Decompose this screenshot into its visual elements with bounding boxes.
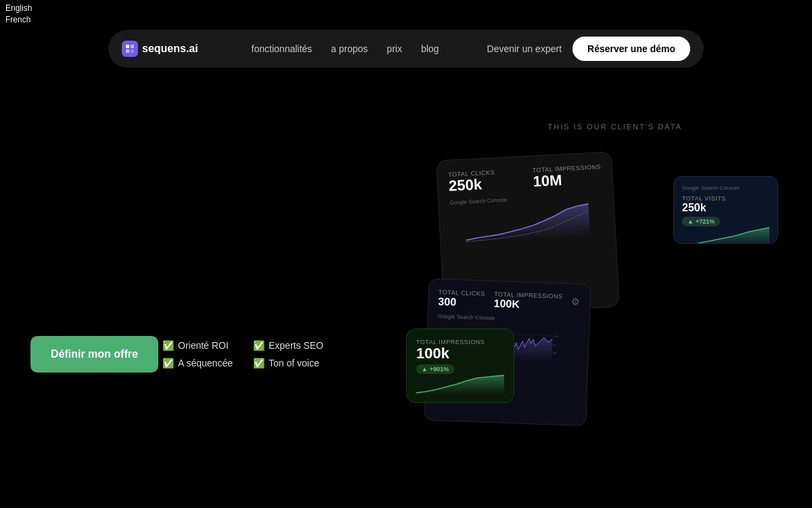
- card-visits-badge-arrow: ▲: [687, 218, 694, 225]
- check-icon-seo: ✅: [253, 340, 265, 351]
- check-icon-seq: ✅: [162, 358, 174, 368]
- svg-rect-0: [126, 45, 129, 48]
- check-label-roi: Orienté ROI: [178, 340, 229, 351]
- card-imp-value1: 300: [438, 295, 484, 309]
- check-icon-roi: ✅: [162, 340, 174, 351]
- card-visits-badge-text: +721%: [696, 218, 715, 225]
- demo-button[interactable]: Réserver une démo: [572, 37, 690, 61]
- card-visits-source: Google Search Console: [682, 185, 769, 191]
- navbar-right: Devenir un expert Réserver une démo: [487, 37, 690, 61]
- svg-text:1.5k: 1.5k: [554, 335, 558, 337]
- check-item-seo: ✅ Experts SEO: [253, 340, 323, 351]
- nav-features[interactable]: fonctionnalités: [252, 43, 313, 54]
- card-main-col2: Total impressions 10M: [532, 163, 602, 190]
- card-visits-badge: ▲ +721%: [682, 217, 720, 226]
- dashboards: Total clicks 250k Total impressions 10M …: [426, 149, 778, 467]
- card-imp-small-value: 100k: [416, 345, 504, 362]
- check-item-voice: ✅ Ton of voice: [253, 358, 323, 368]
- logo-icon: [122, 41, 138, 57]
- nav-blog[interactable]: blog: [421, 43, 438, 54]
- card-imp-small-chart: [416, 374, 504, 394]
- svg-text:1k: 1k: [553, 343, 556, 346]
- svg-rect-3: [131, 49, 134, 53]
- svg-rect-1: [131, 45, 134, 48]
- card-main-value1: 250k: [449, 175, 496, 194]
- check-item-seq: ✅ A séquencée: [162, 358, 233, 368]
- card-imp-header: Total clicks 300 Total impressions 100K …: [438, 289, 581, 312]
- check-label-voice: Ton of voice: [269, 358, 319, 368]
- navbar: sequens.ai fonctionnalités a propos prix…: [108, 30, 704, 68]
- svg-rect-2: [126, 49, 129, 53]
- nav-expert[interactable]: Devenir un expert: [487, 43, 562, 54]
- cta-button[interactable]: Définir mon offre: [30, 336, 158, 373]
- check-icon-voice: ✅: [253, 358, 265, 368]
- hero-section: THIS IS OUR CLIENT'S DATA Définir mon of…: [0, 0, 812, 508]
- navbar-links: fonctionnalités a propos prix blog: [223, 43, 468, 54]
- lang-switcher: English French: [0, 0, 37, 28]
- nav-about[interactable]: a propos: [331, 43, 367, 54]
- card-total-imp-small: Total impressions 100k ▲ +901%: [406, 329, 514, 403]
- card-imp-small-badge-text: +901%: [430, 366, 449, 373]
- card-total-visits: Google Search Console Total visits 250k …: [673, 176, 778, 244]
- nav-pricing[interactable]: prix: [387, 43, 403, 54]
- card-visits-value: 250k: [682, 202, 769, 214]
- card-main-header: Total clicks 250k Total impressions 10M: [448, 163, 602, 194]
- card-visits-chart: [682, 226, 769, 244]
- card-visits-label: Total visits: [682, 195, 769, 202]
- card-imp-col1: Total clicks 300: [438, 289, 485, 309]
- check-label-seo: Experts SEO: [269, 340, 323, 351]
- card-imp-value2: 100K: [493, 297, 562, 312]
- logo-text: sequens.ai: [142, 43, 198, 55]
- check-item-roi: ✅ Orienté ROI: [162, 340, 233, 351]
- client-data-label: THIS IS OUR CLIENT'S DATA: [548, 123, 682, 131]
- card-main-value2: 10M: [533, 170, 602, 190]
- check-label-seq: A séquencée: [178, 358, 233, 368]
- lang-french[interactable]: French: [5, 14, 32, 26]
- card-imp-small-badge: ▲ +901%: [416, 364, 454, 374]
- card-main-col1: Total clicks 250k: [448, 169, 496, 194]
- card-imp-col2: Total impressions 100K: [493, 291, 562, 312]
- card-main-chart: [450, 202, 604, 244]
- lang-english[interactable]: English: [5, 3, 32, 14]
- card-imp-settings: ⚙: [571, 296, 581, 312]
- svg-text:500: 500: [553, 352, 557, 354]
- navbar-logo[interactable]: sequens.ai: [122, 41, 198, 57]
- card-imp-small-badge-arrow: ▲: [422, 366, 428, 373]
- checklist: ✅ Orienté ROI ✅ Experts SEO ✅ A séquencé…: [162, 340, 323, 368]
- card-imp-source: Google Search Console: [438, 313, 580, 324]
